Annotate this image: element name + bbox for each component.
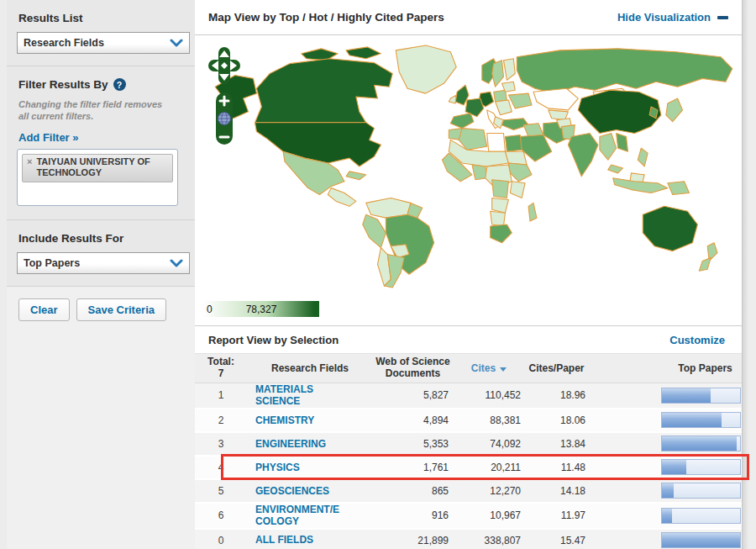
top-papers-cell	[588, 532, 742, 548]
research-field-link[interactable]: ENVIRONMENT/E COLOGY	[255, 504, 339, 528]
research-field-link[interactable]: ENGINEERING	[255, 438, 326, 450]
map-pan-control[interactable]	[208, 47, 240, 84]
row-cites-per-paper: 13.84	[525, 438, 588, 450]
right-gutter	[743, 0, 756, 549]
top-papers-bar	[661, 508, 741, 524]
include-section: Include Results For Top Papers	[7, 220, 195, 287]
report-table-body: 1 MATERIALS SCIENCE 5,827 110,452 18.96 …	[195, 383, 742, 549]
legend-min-value: 0	[207, 304, 213, 315]
region-myanmar-thailand	[600, 134, 617, 161]
row-cites: 88,381	[453, 414, 525, 426]
include-select[interactable]: Top Papers	[17, 252, 190, 274]
report-table: Total: 7 Research Fields Web of Science …	[195, 353, 742, 549]
research-field-link[interactable]: CHEMISTRY	[255, 414, 314, 426]
table-row: 0 ALL FIELDS 21,899 338,807 15.47	[195, 530, 742, 549]
add-filter-link[interactable]: Add Filter »	[18, 131, 79, 144]
table-row: 6 ENVIRONMENT/E COLOGY 916 10,967 11.97	[195, 504, 742, 530]
row-rank: 6	[195, 509, 247, 521]
country-new-zealand	[699, 258, 711, 272]
table-row: 4 PHYSICS 1,761 20,211 11.48	[195, 457, 742, 480]
row-docs: 916	[373, 509, 453, 521]
row-cites-per-paper: 14.18	[525, 485, 588, 497]
country-libya	[487, 134, 506, 152]
row-rank: 1	[195, 389, 247, 401]
country-spain	[450, 113, 474, 129]
row-cites: 10,967	[453, 509, 525, 521]
row-cites: 74,092	[453, 438, 525, 450]
world-map[interactable]	[200, 40, 742, 289]
research-field-link[interactable]: MATERIALS SCIENCE	[255, 383, 313, 408]
top-papers-bar	[661, 388, 741, 404]
top-papers-cell	[588, 483, 742, 499]
top-papers-cell	[588, 388, 742, 404]
table-row: 2 CHEMISTRY 4,894 88,381 18.06	[195, 409, 742, 433]
country-madagascar	[528, 203, 537, 221]
country-russia	[517, 49, 732, 93]
row-docs: 21,899	[373, 535, 453, 546]
filter-note: Changing the filter field removes all cu…	[18, 98, 174, 123]
top-papers-bar	[661, 436, 741, 451]
row-rank: 2	[195, 414, 247, 426]
region-papua	[668, 182, 690, 195]
research-field-link[interactable]: PHYSICS	[255, 462, 300, 473]
country-india	[568, 134, 598, 177]
top-papers-bar-fill	[662, 436, 737, 451]
row-cites: 20,211	[453, 462, 525, 473]
sidebar: Results List Research Fields Filter Resu…	[7, 0, 195, 549]
top-papers-bar-fill	[662, 533, 740, 547]
country-finland	[503, 59, 515, 81]
region-eastern-europe	[496, 100, 512, 115]
map-header: Map View by Top / Hot / Highly Cited Pap…	[195, 0, 742, 35]
row-rank: 0	[195, 535, 247, 546]
include-selected: Top Papers	[24, 257, 80, 269]
results-list-selected: Research Fields	[24, 37, 104, 49]
top-papers-bar-fill	[662, 413, 722, 427]
top-papers-cell	[588, 436, 742, 451]
top-papers-bar	[661, 459, 741, 475]
row-cites-per-paper: 11.97	[525, 509, 588, 521]
map-zoom-control[interactable]	[216, 92, 233, 145]
legend-max-value: 78,327	[246, 304, 277, 315]
country-peru	[363, 214, 386, 247]
hide-visualization-link[interactable]: Hide Visualization	[617, 11, 728, 24]
col-header-cites-per-paper: Cites/Paper	[525, 361, 588, 376]
report-table-header: Total: 7 Research Fields Web of Science …	[195, 353, 742, 383]
customize-link[interactable]: Customize	[669, 334, 725, 346]
country-cuba	[346, 172, 366, 180]
clear-button[interactable]: Clear	[18, 298, 70, 321]
map-legend: 0 78,327	[195, 298, 742, 326]
country-ethiopia	[508, 163, 532, 182]
globe-icon	[218, 113, 231, 125]
report-view-title: Report View by Selection	[208, 334, 339, 346]
country-egypt	[505, 135, 522, 151]
results-list-heading: Results List	[18, 12, 183, 24]
country-japan	[666, 98, 683, 122]
row-cites-per-paper: 11.48	[525, 462, 588, 473]
col-header-total: Total: 7	[195, 355, 247, 382]
filter-tag-label: TAIYUAN UNIVERSITY OF TECHNOLOGY	[36, 156, 150, 180]
remove-filter-icon[interactable]: ×	[27, 156, 32, 180]
research-field-link[interactable]: ALL FIELDS	[255, 534, 313, 546]
country-china	[578, 90, 661, 133]
row-cites-per-paper: 18.06	[525, 414, 588, 426]
row-rank: 5	[195, 485, 247, 497]
country-ukraine	[508, 93, 532, 108]
country-nigeria	[472, 165, 487, 180]
row-rank: 3	[195, 438, 247, 450]
table-row: 5 GEOSCIENCES 865 12,270 14.18	[195, 480, 742, 504]
row-docs: 1,761	[373, 462, 453, 473]
top-papers-bar-fill	[662, 460, 686, 474]
help-icon[interactable]: ?	[113, 78, 126, 91]
col-header-top-papers: Top Papers	[588, 361, 742, 376]
col-header-cites[interactable]: Cites	[453, 361, 525, 376]
save-criteria-button[interactable]: Save Criteria	[76, 298, 167, 321]
top-papers-cell	[588, 508, 742, 524]
row-docs: 865	[373, 485, 453, 497]
table-row: 1 MATERIALS SCIENCE 5,827 110,452 18.96	[195, 383, 742, 409]
top-papers-cell	[588, 459, 742, 475]
row-docs: 5,353	[373, 438, 453, 450]
row-cites: 12,270	[453, 485, 525, 497]
results-list-select[interactable]: Research Fields	[17, 32, 190, 54]
main-panel: Map View by Top / Hot / Highly Cited Pap…	[195, 0, 743, 549]
research-field-link[interactable]: GEOSCIENCES	[255, 485, 329, 497]
